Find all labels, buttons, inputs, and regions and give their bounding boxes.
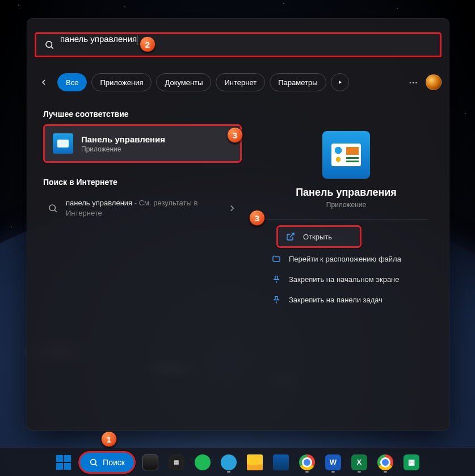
play-icon (337, 79, 343, 85)
app-subtitle: Приложение (260, 201, 432, 209)
back-button[interactable] (35, 73, 53, 91)
filter-all[interactable]: Все (57, 73, 87, 91)
web-search-item[interactable]: панель управления - См. результаты в Инт… (43, 192, 242, 224)
taskbar-search-button[interactable]: Поиск (78, 451, 136, 474)
web-search-header: Поиск в Интернете (43, 178, 242, 187)
results-right: Панель управления Приложение Открыть Пер… (260, 109, 432, 413)
svg-line-1 (51, 47, 53, 48)
svg-point-0 (46, 41, 52, 48)
start-button[interactable] (52, 451, 75, 474)
windows-icon (56, 455, 71, 470)
telegram-icon (221, 454, 237, 470)
search-box[interactable]: панель управления (35, 32, 442, 57)
task-view-button[interactable] (139, 451, 162, 474)
chevron-right-icon (227, 203, 237, 213)
phone-button[interactable] (270, 451, 292, 474)
results-left: Лучшее соответствие Панель управления Пр… (43, 109, 242, 224)
arrow-left-icon (39, 78, 48, 87)
annotation-badge-1: 1 (101, 431, 117, 447)
best-match-subtitle: Приложение (81, 145, 165, 153)
chrome-icon (299, 454, 315, 470)
action-pin-taskbar[interactable]: Закрепить на панели задач (264, 290, 428, 309)
taskview-icon (142, 454, 158, 470)
open-icon (286, 232, 295, 241)
filter-docs[interactable]: Документы (156, 73, 211, 91)
explorer-icon (247, 454, 263, 470)
annotation-badge-3b: 3 (249, 210, 265, 226)
excel-button[interactable]: X (348, 451, 371, 474)
svg-line-4 (290, 233, 294, 237)
spotify-button[interactable] (191, 451, 214, 474)
word-button[interactable]: W (322, 451, 344, 474)
divider (264, 219, 428, 220)
telegram-button[interactable] (217, 451, 240, 474)
pin-icon (272, 295, 281, 304)
action-goto-label: Перейти к расположению файла (289, 255, 401, 263)
user-avatar[interactable] (426, 74, 442, 90)
word-icon: W (325, 454, 341, 470)
action-goto-location[interactable]: Перейти к расположению файла (264, 249, 428, 268)
annotation-badge-2: 2 (140, 36, 155, 52)
more-menu[interactable]: ⋯ (406, 77, 421, 88)
filter-more[interactable] (331, 73, 349, 91)
chrome2-button[interactable] (374, 451, 397, 474)
taskbar-search-label: Поиск (103, 458, 125, 467)
app-title: Панель управления (260, 187, 432, 199)
search-icon (89, 458, 98, 467)
sheets-button[interactable]: ▦ (400, 451, 423, 474)
web-search-text: панель управления - См. результаты в Инт… (66, 198, 219, 218)
svg-point-2 (49, 205, 56, 211)
filter-toolbar: Все Приложения Документы Интернет Параме… (35, 71, 442, 94)
best-match-title: Панель управления (81, 134, 165, 144)
filter-apps[interactable]: Приложения (91, 73, 152, 91)
filter-web[interactable]: Интернет (216, 73, 265, 91)
best-match-header: Лучшее соответствие (43, 109, 242, 119)
calculator-icon: ▦ (169, 454, 184, 470)
control-panel-icon (53, 133, 73, 154)
taskbar: Поиск ▦ W X ▦ (0, 448, 475, 476)
sheets-icon: ▦ (403, 454, 419, 470)
chrome-icon (377, 454, 393, 470)
search-input[interactable]: панель управления (60, 34, 440, 56)
chrome-button[interactable] (296, 451, 318, 474)
action-pin-start-label: Закрепить на начальном экране (289, 275, 400, 284)
svg-line-6 (95, 464, 97, 465)
filter-settings[interactable]: Параметры (270, 73, 326, 91)
svg-point-5 (91, 459, 96, 464)
folder-icon (272, 254, 281, 263)
spotify-icon (195, 454, 211, 470)
calculator-button[interactable]: ▦ (165, 451, 188, 474)
explorer-button[interactable] (243, 451, 266, 474)
search-icon (44, 40, 54, 50)
search-panel: панель управления Все Приложения Докумен… (27, 18, 449, 431)
action-pin-taskbar-label: Закрепить на панели задач (289, 296, 382, 304)
action-open[interactable]: Открыть (276, 225, 361, 248)
svg-line-3 (54, 210, 56, 212)
excel-icon: X (351, 454, 367, 470)
phone-icon (273, 454, 289, 470)
best-match-item[interactable]: Панель управления Приложение (43, 124, 242, 163)
action-pin-start[interactable]: Закрепить на начальном экране (264, 269, 428, 289)
search-icon (48, 203, 58, 213)
action-open-label: Открыть (303, 233, 332, 241)
app-large-icon (322, 131, 370, 179)
annotation-badge-3a: 3 (227, 127, 243, 143)
pin-icon (272, 275, 281, 284)
